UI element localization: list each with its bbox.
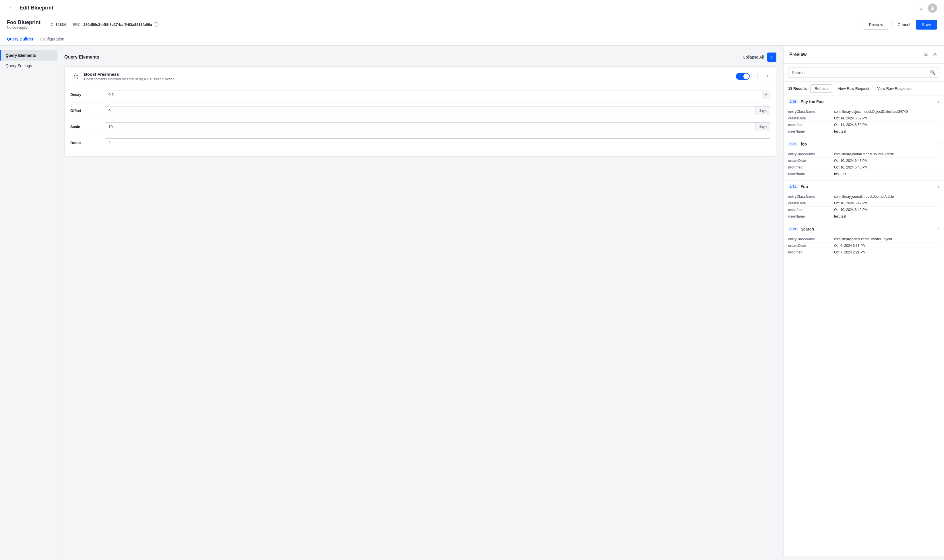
preview-button[interactable]: Preview [863, 20, 889, 29]
result-field: userNametest test [788, 128, 939, 135]
result-item: 1.71foo›entryClassNamecom.liferay.journa… [784, 138, 944, 181]
divider [892, 21, 892, 28]
result-field: entryClassNamecom.liferay.portal.kernel.… [788, 236, 939, 243]
result-name: Search [801, 227, 814, 231]
field-input-wrap [105, 138, 770, 147]
result-field-key: entryClassName [788, 152, 834, 156]
header: ← Edit Blueprint ⊞ [0, 0, 944, 16]
result-field-value: Oct 10, 2024 6:42 PM [834, 208, 939, 212]
result-field-key: createDate [788, 201, 834, 205]
erc-info-icon[interactable]: i [154, 22, 158, 27]
collapse-all-button[interactable]: Collapse All [743, 55, 764, 59]
view-raw-request-button[interactable]: View Raw Request [835, 85, 872, 92]
result-field: createDateOct 14, 2024 6:59 PM [788, 115, 939, 122]
field-input[interactable] [105, 90, 762, 99]
sidebar-item-query-elements[interactable]: Query Elements [0, 50, 57, 60]
result-score: 1.29 [788, 227, 798, 231]
section-title: Query Elements [64, 55, 99, 60]
result-field-value: test test [834, 214, 939, 218]
result-field: modifiedOct 14, 2024 6:59 PM [788, 122, 939, 128]
result-item: 1.99Pity the Foo›entryClassNamecom.lifer… [784, 96, 944, 138]
tab-configuration[interactable]: Configuration [40, 33, 64, 45]
boost-field-row: Decay≡ [70, 86, 770, 103]
result-expand-icon: › [938, 184, 939, 189]
field-label: Scale [70, 125, 105, 129]
result-header[interactable]: 1.99Pity the Foo› [784, 96, 944, 107]
page-title: Edit Blueprint [20, 5, 53, 11]
boost-field-row: Scaledays [70, 119, 770, 135]
search-input[interactable] [792, 70, 930, 75]
result-field: userNametest test [788, 171, 939, 177]
result-field-key: createDate [788, 116, 834, 120]
avatar[interactable] [928, 3, 937, 12]
search-bar: 🔍 [784, 64, 944, 82]
result-field-key: modified [788, 250, 834, 254]
preview-panel: Preview ⚙ ✕ 🔍 18 Results Refresh View Ra… [783, 46, 944, 556]
result-name: Foo [801, 184, 808, 189]
header-right: ⊞ [916, 3, 937, 12]
result-field: entryClassNamecom.liferay.journal.model.… [788, 194, 939, 200]
result-header[interactable]: 1.71foo› [784, 138, 944, 150]
sidebar-item-query-settings[interactable]: Query Settings [0, 60, 57, 71]
result-name: Pity the Foo [801, 99, 823, 104]
collapse-button[interactable]: ∧ [765, 72, 770, 80]
field-input[interactable] [105, 122, 755, 131]
preview-header-actions: ⚙ ✕ [922, 50, 938, 59]
result-header[interactable]: 1.29Search› [784, 223, 944, 235]
content-area: Query Elements Collapse All + Boost Fres… [57, 46, 783, 556]
boost-toggle[interactable] [736, 73, 750, 80]
blueprint-desc: No Description [7, 26, 40, 29]
boost-header: Boost Freshness Boost contents modified … [65, 66, 776, 86]
field-suffix: days [755, 106, 770, 115]
result-field: createDateOct 10, 2024 6:42 PM [788, 200, 939, 207]
result-field-value: com.liferay.journal.model.JournalArticle [834, 195, 939, 198]
result-expand-icon: › [938, 99, 939, 104]
sidebar: Query Elements Query Settings [0, 46, 57, 556]
result-name: foo [801, 142, 807, 146]
settings-icon[interactable]: ⚙ [922, 50, 929, 59]
grid-icon[interactable]: ⊞ [916, 3, 926, 12]
result-field-value: Oct 10, 2024 6:43 PM [834, 159, 939, 163]
add-query-element-button[interactable]: + [767, 52, 776, 62]
result-fields: entryClassNamecom.liferay.journal.model.… [784, 150, 944, 180]
blueprint-info: Foo Blueprint No Description [7, 20, 40, 29]
back-button[interactable]: ← [7, 3, 16, 12]
refresh-button[interactable]: Refresh [810, 85, 832, 93]
view-raw-response-button[interactable]: View Raw Response [875, 85, 914, 92]
result-header[interactable]: 1.71Foo› [784, 181, 944, 192]
result-field-key: modified [788, 165, 834, 169]
boost-title: Boost Freshness [84, 72, 732, 77]
field-label: Boost [70, 141, 105, 145]
search-icon: 🔍 [930, 70, 936, 75]
section-actions: Collapse All + [743, 52, 776, 62]
thumbs-up-icon [70, 71, 81, 82]
result-score: 1.71 [788, 184, 798, 189]
more-options-button[interactable]: ⋮ [753, 72, 761, 81]
result-field: entryClassNamecom.liferay.journal.model.… [788, 151, 939, 158]
field-input[interactable] [105, 138, 770, 147]
field-input-wrap: days [105, 122, 770, 131]
result-expand-icon: › [938, 142, 939, 146]
preview-header: Preview ⚙ ✕ [784, 46, 944, 64]
boost-freshness-card: Boost Freshness Boost contents modified … [64, 66, 776, 157]
result-item: 1.71Foo›entryClassNamecom.liferay.journa… [784, 181, 944, 223]
result-field-key: userName [788, 129, 834, 134]
result-field-value: Oct 14, 2024 6:59 PM [834, 116, 939, 120]
field-icon-button[interactable]: ≡ [762, 90, 770, 99]
tab-query-builder[interactable]: Query Builder [7, 33, 34, 45]
result-field-value: test test [834, 129, 939, 134]
close-icon[interactable]: ✕ [932, 50, 938, 59]
cancel-button[interactable]: Cancel [894, 20, 913, 29]
result-fields: entryClassNamecom.liferay.object.model.O… [784, 107, 944, 138]
result-field-value: Oct 10, 2024 6:42 PM [834, 201, 939, 205]
result-field-key: userName [788, 214, 834, 218]
results-list: 1.99Pity the Foo›entryClassNamecom.lifer… [784, 96, 944, 556]
field-input[interactable] [105, 106, 755, 115]
result-field: createDateOct 6, 2024 6:18 PM [788, 243, 939, 249]
result-field-key: entryClassName [788, 195, 834, 198]
result-field: modifiedOct 10, 2024 6:42 PM [788, 207, 939, 213]
svg-point-0 [932, 6, 933, 8]
result-field-value: test test [834, 172, 939, 176]
preview-title: Preview [789, 52, 807, 57]
save-button[interactable]: Save [916, 20, 937, 29]
